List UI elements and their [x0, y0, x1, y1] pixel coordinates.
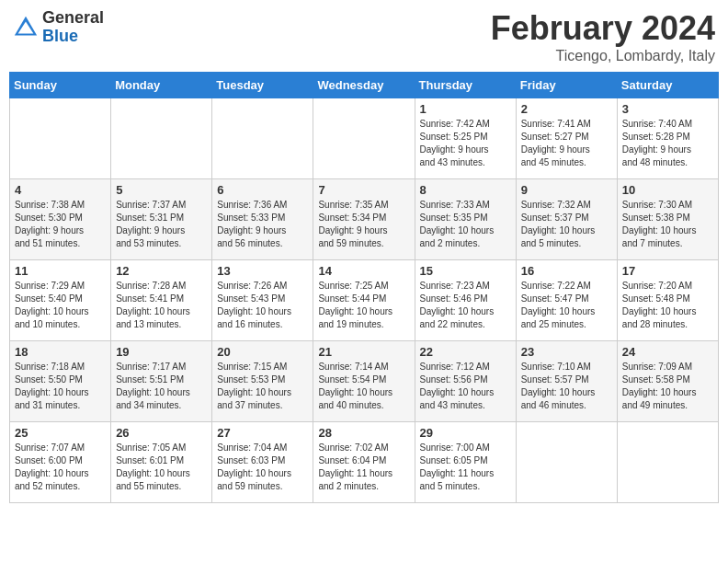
day-number: 11 — [15, 264, 106, 278]
weekday-friday: Friday — [516, 73, 617, 98]
day-info: Sunrise: 7:22 AM Sunset: 5:47 PM Dayligh… — [521, 280, 612, 331]
calendar-cell: 5Sunrise: 7:37 AM Sunset: 5:31 PM Daylig… — [111, 179, 212, 260]
logo-icon — [13, 15, 39, 40]
day-info: Sunrise: 7:00 AM Sunset: 6:05 PM Dayligh… — [420, 442, 511, 493]
day-info: Sunrise: 7:36 AM Sunset: 5:33 PM Dayligh… — [217, 199, 308, 250]
calendar-cell: 22Sunrise: 7:12 AM Sunset: 5:56 PM Dayli… — [415, 341, 516, 422]
calendar-cell: 10Sunrise: 7:30 AM Sunset: 5:38 PM Dayli… — [617, 179, 718, 260]
day-info: Sunrise: 7:28 AM Sunset: 5:41 PM Dayligh… — [116, 280, 207, 331]
day-number: 2 — [521, 102, 612, 116]
day-info: Sunrise: 7:09 AM Sunset: 5:58 PM Dayligh… — [622, 361, 713, 412]
day-info: Sunrise: 7:30 AM Sunset: 5:38 PM Dayligh… — [622, 199, 713, 250]
calendar-week-row: 4Sunrise: 7:38 AM Sunset: 5:30 PM Daylig… — [10, 179, 719, 260]
day-info: Sunrise: 7:32 AM Sunset: 5:37 PM Dayligh… — [521, 199, 612, 250]
day-info: Sunrise: 7:33 AM Sunset: 5:35 PM Dayligh… — [420, 199, 511, 250]
day-number: 27 — [217, 426, 308, 440]
day-number: 6 — [217, 183, 308, 197]
title-section: February 2024 Ticengo, Lombardy, Italy — [491, 9, 715, 64]
day-number: 14 — [318, 264, 409, 278]
day-number: 20 — [217, 345, 308, 359]
day-info: Sunrise: 7:07 AM Sunset: 6:00 PM Dayligh… — [15, 442, 106, 493]
calendar-cell — [313, 98, 415, 179]
day-info: Sunrise: 7:05 AM Sunset: 6:01 PM Dayligh… — [116, 442, 207, 493]
day-number: 7 — [318, 183, 409, 197]
calendar-cell: 26Sunrise: 7:05 AM Sunset: 6:01 PM Dayli… — [111, 422, 212, 503]
day-info: Sunrise: 7:37 AM Sunset: 5:31 PM Dayligh… — [116, 199, 207, 250]
day-info: Sunrise: 7:17 AM Sunset: 5:51 PM Dayligh… — [116, 361, 207, 412]
calendar-cell — [617, 422, 718, 503]
day-number: 21 — [318, 345, 409, 359]
day-info: Sunrise: 7:41 AM Sunset: 5:27 PM Dayligh… — [521, 118, 612, 169]
logo: General Blue — [13, 9, 104, 46]
day-number: 5 — [116, 183, 207, 197]
day-number: 12 — [116, 264, 207, 278]
calendar-cell: 7Sunrise: 7:35 AM Sunset: 5:34 PM Daylig… — [313, 179, 415, 260]
weekday-row: SundayMondayTuesdayWednesdayThursdayFrid… — [10, 73, 719, 98]
calendar-header: SundayMondayTuesdayWednesdayThursdayFrid… — [10, 73, 719, 98]
day-number: 22 — [420, 345, 511, 359]
location-subtitle: Ticengo, Lombardy, Italy — [491, 48, 715, 64]
day-info: Sunrise: 7:26 AM Sunset: 5:43 PM Dayligh… — [217, 280, 308, 331]
calendar-cell: 21Sunrise: 7:14 AM Sunset: 5:54 PM Dayli… — [313, 341, 415, 422]
day-info: Sunrise: 7:10 AM Sunset: 5:57 PM Dayligh… — [521, 361, 612, 412]
day-info: Sunrise: 7:15 AM Sunset: 5:53 PM Dayligh… — [217, 361, 308, 412]
day-number: 19 — [116, 345, 207, 359]
day-number: 10 — [622, 183, 713, 197]
calendar-week-row: 25Sunrise: 7:07 AM Sunset: 6:00 PM Dayli… — [10, 422, 719, 503]
calendar-cell — [10, 98, 111, 179]
calendar-cell: 14Sunrise: 7:25 AM Sunset: 5:44 PM Dayli… — [313, 260, 415, 341]
weekday-tuesday: Tuesday — [212, 73, 313, 98]
day-number: 1 — [420, 102, 511, 116]
day-number: 8 — [420, 183, 511, 197]
calendar-cell: 25Sunrise: 7:07 AM Sunset: 6:00 PM Dayli… — [10, 422, 111, 503]
logo-blue: Blue — [42, 28, 104, 46]
calendar-cell: 1Sunrise: 7:42 AM Sunset: 5:25 PM Daylig… — [415, 98, 516, 179]
day-info: Sunrise: 7:04 AM Sunset: 6:03 PM Dayligh… — [217, 442, 308, 493]
day-number: 23 — [521, 345, 612, 359]
day-number: 13 — [217, 264, 308, 278]
calendar-cell: 20Sunrise: 7:15 AM Sunset: 5:53 PM Dayli… — [212, 341, 313, 422]
calendar-cell: 29Sunrise: 7:00 AM Sunset: 6:05 PM Dayli… — [415, 422, 516, 503]
calendar-cell: 11Sunrise: 7:29 AM Sunset: 5:40 PM Dayli… — [10, 260, 111, 341]
calendar-cell: 4Sunrise: 7:38 AM Sunset: 5:30 PM Daylig… — [10, 179, 111, 260]
day-number: 25 — [15, 426, 106, 440]
page-header: General Blue February 2024 Ticengo, Lomb… — [9, 9, 719, 64]
calendar-cell — [516, 422, 617, 503]
day-info: Sunrise: 7:29 AM Sunset: 5:40 PM Dayligh… — [15, 280, 106, 331]
calendar-cell: 17Sunrise: 7:20 AM Sunset: 5:48 PM Dayli… — [617, 260, 718, 341]
day-number: 24 — [622, 345, 713, 359]
weekday-wednesday: Wednesday — [313, 73, 415, 98]
day-info: Sunrise: 7:40 AM Sunset: 5:28 PM Dayligh… — [622, 118, 713, 169]
logo-general: General — [42, 9, 104, 28]
month-title: February 2024 — [491, 9, 715, 48]
day-info: Sunrise: 7:12 AM Sunset: 5:56 PM Dayligh… — [420, 361, 511, 412]
calendar-body: 1Sunrise: 7:42 AM Sunset: 5:25 PM Daylig… — [10, 98, 719, 503]
calendar-cell: 18Sunrise: 7:18 AM Sunset: 5:50 PM Dayli… — [10, 341, 111, 422]
calendar-cell: 28Sunrise: 7:02 AM Sunset: 6:04 PM Dayli… — [313, 422, 415, 503]
calendar-cell: 6Sunrise: 7:36 AM Sunset: 5:33 PM Daylig… — [212, 179, 313, 260]
weekday-monday: Monday — [111, 73, 212, 98]
calendar-cell: 19Sunrise: 7:17 AM Sunset: 5:51 PM Dayli… — [111, 341, 212, 422]
day-number: 9 — [521, 183, 612, 197]
day-number: 16 — [521, 264, 612, 278]
day-number: 26 — [116, 426, 207, 440]
day-info: Sunrise: 7:14 AM Sunset: 5:54 PM Dayligh… — [318, 361, 409, 412]
calendar-table: SundayMondayTuesdayWednesdayThursdayFrid… — [9, 72, 719, 503]
calendar-cell: 27Sunrise: 7:04 AM Sunset: 6:03 PM Dayli… — [212, 422, 313, 503]
calendar-cell — [212, 98, 313, 179]
calendar-cell: 23Sunrise: 7:10 AM Sunset: 5:57 PM Dayli… — [516, 341, 617, 422]
calendar-week-row: 11Sunrise: 7:29 AM Sunset: 5:40 PM Dayli… — [10, 260, 719, 341]
day-info: Sunrise: 7:42 AM Sunset: 5:25 PM Dayligh… — [420, 118, 511, 169]
calendar-cell: 2Sunrise: 7:41 AM Sunset: 5:27 PM Daylig… — [516, 98, 617, 179]
day-number: 28 — [318, 426, 409, 440]
weekday-sunday: Sunday — [10, 73, 111, 98]
calendar-cell: 9Sunrise: 7:32 AM Sunset: 5:37 PM Daylig… — [516, 179, 617, 260]
day-info: Sunrise: 7:20 AM Sunset: 5:48 PM Dayligh… — [622, 280, 713, 331]
calendar-cell: 8Sunrise: 7:33 AM Sunset: 5:35 PM Daylig… — [415, 179, 516, 260]
weekday-thursday: Thursday — [415, 73, 516, 98]
day-info: Sunrise: 7:25 AM Sunset: 5:44 PM Dayligh… — [318, 280, 409, 331]
calendar-cell: 3Sunrise: 7:40 AM Sunset: 5:28 PM Daylig… — [617, 98, 718, 179]
day-info: Sunrise: 7:18 AM Sunset: 5:50 PM Dayligh… — [15, 361, 106, 412]
calendar-cell: 24Sunrise: 7:09 AM Sunset: 5:58 PM Dayli… — [617, 341, 718, 422]
calendar-cell: 15Sunrise: 7:23 AM Sunset: 5:46 PM Dayli… — [415, 260, 516, 341]
